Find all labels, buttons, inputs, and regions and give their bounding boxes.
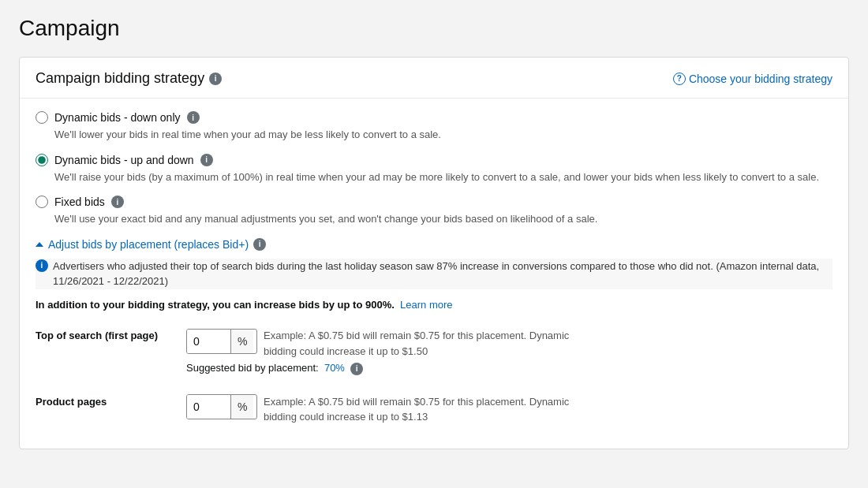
placement-row-top-of-search: Top of search (first page) % Example: A …: [36, 323, 832, 378]
chevron-up-icon: [36, 242, 43, 247]
bids-note: In addition to your bidding strategy, yo…: [36, 297, 832, 313]
suggested-bid-info-icon[interactable]: i: [350, 363, 363, 375]
placement-input-wrapper-top-of-search: %: [186, 329, 257, 354]
learn-more-link[interactable]: Learn more: [400, 299, 452, 311]
page-title: Campaign: [19, 16, 849, 41]
radio-option-dynamic-up-down: Dynamic bids - up and down i We'll raise…: [36, 154, 832, 185]
help-icon: ?: [673, 73, 686, 85]
placement-example-product-pages: Example: A $0.75 bid will remain $0.75 f…: [264, 389, 595, 425]
radio-dynamic-up-down-desc: We'll raise your bids (by a maximum of 1…: [54, 169, 832, 185]
radio-dynamic-down-info-icon[interactable]: i: [187, 111, 200, 124]
section-title: Campaign bidding strategy: [36, 70, 204, 87]
radio-option-dynamic-down: Dynamic bids - down only i We'll lower y…: [36, 111, 832, 143]
adjust-bids-info-icon[interactable]: i: [253, 238, 266, 251]
radio-dynamic-down[interactable]: [36, 111, 48, 124]
placement-suffix-top-of-search: %: [230, 330, 253, 353]
campaign-bidding-strategy-card: Campaign bidding strategy i ? Choose you…: [19, 57, 849, 449]
section-header-left: Campaign bidding strategy i: [36, 70, 222, 87]
section-body: Dynamic bids - down only i We'll lower y…: [20, 99, 848, 449]
suggested-bid-pct[interactable]: 70%: [324, 362, 345, 374]
radio-fixed-desc: We'll use your exact bid and any manual …: [54, 211, 832, 227]
radio-option-fixed: Fixed bids i We'll use your exact bid an…: [36, 196, 832, 227]
section-title-info-icon[interactable]: i: [209, 73, 222, 85]
placement-input-product-pages[interactable]: [187, 395, 230, 419]
radio-dynamic-up-down-label: Dynamic bids - up and down: [54, 154, 194, 166]
placement-input-top-of-search[interactable]: [187, 330, 230, 353]
radio-fixed-label: Fixed bids: [54, 196, 105, 208]
radio-dynamic-up-down-info-icon[interactable]: i: [200, 154, 213, 166]
radio-fixed[interactable]: [36, 196, 48, 208]
placement-input-wrapper-product-pages: %: [186, 394, 257, 419]
adjust-bids-header[interactable]: Adjust bids by placement (replaces Bid+)…: [36, 238, 832, 251]
section-header: Campaign bidding strategy i ? Choose you…: [20, 58, 848, 99]
placement-row-product-pages: Product pages % Example: A $0.75 bid wil…: [36, 389, 832, 425]
radio-fixed-info-icon[interactable]: i: [111, 196, 124, 208]
info-banner-icon: i: [36, 259, 48, 272]
placement-label-top-of-search: Top of search (first page): [36, 323, 174, 341]
radio-dynamic-up-down[interactable]: [36, 154, 48, 166]
choose-bidding-strategy-link[interactable]: ? Choose your bidding strategy: [673, 73, 832, 85]
adjust-bids-info-banner: i Advertisers who adjusted their top of …: [36, 259, 832, 289]
placement-example-top-of-search: Example: A $0.75 bid will remain $0.75 f…: [264, 323, 595, 359]
adjust-bids-section: Adjust bids by placement (replaces Bid+)…: [36, 238, 832, 425]
radio-dynamic-down-desc: We'll lower your bids in real time when …: [54, 127, 832, 143]
radio-dynamic-down-label: Dynamic bids - down only: [54, 111, 181, 124]
placement-label-product-pages: Product pages: [36, 389, 174, 408]
suggested-bid-top-of-search: Suggested bid by placement: 70% i: [186, 362, 595, 375]
placement-suffix-product-pages: %: [230, 395, 253, 419]
